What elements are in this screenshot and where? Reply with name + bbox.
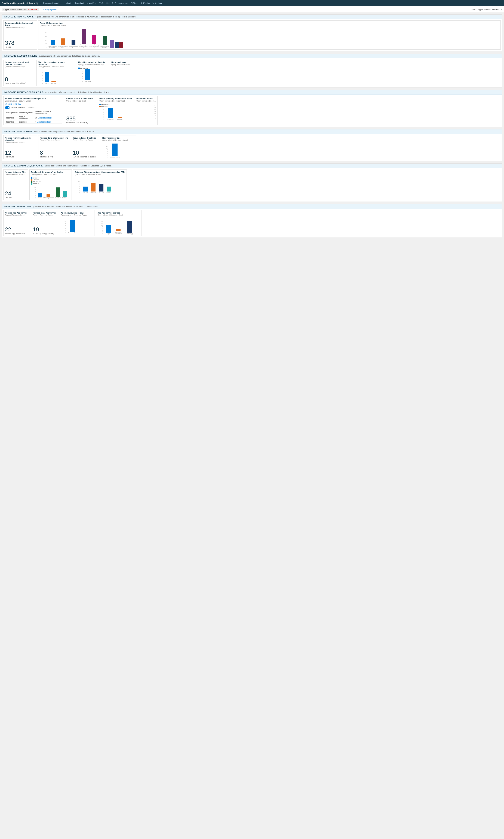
results-toggle[interactable] [5,106,10,109]
app-type-chart: 14 12 10 8 6 4 2 0 app [100,219,140,234]
vm-family-tile: Macchine virtuali per famiglia Query pri… [77,59,108,86]
db-size-chart: 10 8 6 4 2 0 2.0 GB 2 [77,179,125,193]
section-azure-sql-header: INVENTARIO DATABASE SQL DI AZURE - quest… [2,164,502,168]
bar-6: microsoft.web/serverfarms [100,36,109,48]
section-azure-compute: INVENTARIO CALCOLO DI AZURE - questa sez… [2,54,502,87]
app-count-tile: Numero app AppService Query di Resource … [3,210,30,236]
toggle-row: Risultati formattati Disattivato [5,106,62,109]
top10-title: Prime 10 risorse per tipo [40,22,499,24]
download-btn[interactable]: ↓ Download [73,2,85,4]
section-azure-resources: INVENTARIO RISORSE AZURE - * questa sezi… [2,15,502,51]
section-azure-resources-body: Conteggio di tutte le risorse di Azure Q… [2,19,502,51]
storage-accounts-tile: Numero di account di archiviazione per s… [3,96,63,125]
resources-count-title: Conteggio di tutte le risorse di Azure [5,22,35,26]
bar-1: microsoft.alertsmanagement/... [48,40,57,48]
clone-btn[interactable]: ❐ Clona [130,2,139,5]
vnet-type-chart: 12 10 8 6 4 2 0 Gestione risorse [105,144,134,158]
section-azure-appservice: INVENTARIO SERVIZIO APP - questa sezione… [2,204,502,238]
vm-count-tile: Numero macchine virtuali (incluse classi… [3,59,35,86]
vnet-type-tile: Reti virtuali per tipo Query privata di … [101,135,136,159]
db-level-tile: Database SQL (numero) per livello Query … [30,170,72,200]
edit-btn[interactable]: ✏ Modifica [86,2,97,5]
topbar: Dashboard inventario di Azure (3) + Nuov… [0,0,504,6]
section-azure-resources-header: INVENTARIO RISORSE AZURE - * questa sezi… [2,15,502,19]
section-azure-network-body: Numero reti virtuali (include classiche)… [2,134,502,161]
auto-update-label: Aggiornamento automatico: [3,8,27,11]
nic-count-tile: Numero delle interfacce di rete Query di… [38,135,70,159]
vm-family-chart: 8 6 4 2 0 Standard [81,70,107,82]
section-azure-sql-body: Numero database SQL Query di Resource Gr… [2,168,502,202]
auto-update-status: disattivato [28,8,38,11]
topbar-title: Dashboard inventario di Azure (3) [2,2,38,4]
num-resources-tile: Numero di risorse... Query privata di Re… [135,96,158,125]
storage-table: PrimaryStatus SecondaryStatus Numero acc… [5,110,62,124]
section-azure-sql: INVENTARIO DATABASE SQL DI AZURE - quest… [2,163,502,202]
csv-download-link[interactable]: ↓ Scarica come CSV [5,103,62,105]
bar-4: microsoft.operationsmanagement/... [79,29,89,48]
vm-count2-tile: Numero di macc... Query privata di Resou… [110,59,133,86]
top10-bars: microsoft.alertsmanagement/... microsoft… [48,32,123,48]
download-icon: ↓ [5,103,6,105]
auto-update-badge: Aggiornamento automatico: disattivato [2,8,39,11]
top10-chart: 40 30 20 10 0 microsoft.alertsmanagement… [44,29,499,48]
filterbar: Aggiornamento automatico: disattivato ⚗ … [0,6,504,13]
add-filter-button[interactable]: ⚗ Aggiungi filtro [41,7,59,11]
section-azure-storage: INVENTARIO ARCHIVIAZIONE DI AZURE - ques… [2,90,502,127]
last-update-text: Ultimo aggiornamento: un minuto fa [472,8,502,11]
section-azure-appservice-header: INVENTARIO SERVIZIO APP - questa sezione… [2,204,502,209]
section-azure-network: INVENTARIO RETE DI AZURE - questa sezion… [2,129,502,161]
db-level-chart: 10 8 6 4 2 0 Base Uti [34,185,70,198]
upload-btn[interactable]: ↑ Upload [62,2,72,4]
bar-7 [110,40,114,48]
section-azure-storage-body: Numero di account di archiviazione per s… [2,94,502,127]
bar-8 [115,42,119,48]
pip-count-tile: Totale indirizzi IP pubblici Query di Re… [71,135,100,159]
section-azure-compute-header: INVENTARIO CALCOLO DI AZURE - questa sez… [2,54,502,58]
y-axis: 40 30 20 10 0 [44,32,47,48]
resources-top10-tile: Prime 10 risorse per tipo Query privata … [38,20,501,50]
disk-state-chart: 8 6 4 2 0 Collegato Riservato [102,108,132,120]
db-size-tile: Database SQL (numero) per dimensione mas… [73,170,127,200]
section-azure-appservice-body: Numero app AppService Query di Resource … [2,209,502,238]
bar-9 [119,42,123,48]
details-link-2[interactable]: Visualizza dettagli [37,121,51,123]
table-row: disponibile Nessun secondario 25 Visuali… [5,115,62,120]
disk-state-tile: Dischi (numero) per stato del disco Quer… [98,96,133,125]
bar-3: microsoft.compute/... [69,40,78,48]
db-count-tile: Numero database SQL Query di Resource Gr… [3,170,28,200]
resources-count-label: Risorse [5,46,35,48]
filter-icon: ⚗ [43,8,44,11]
bar-5: microsoft.storage/storageaccounts [89,35,99,48]
vm-os-chart: 8 6 4 2 0 Linux Windows [41,70,74,84]
delete-btn[interactable]: 🗑 Elimina [140,2,151,4]
vm-os-tile: Macchine virtuali per sistema operativo … [36,59,75,86]
refresh-btn[interactable]: ↻ Aggiorna [151,2,163,5]
app-type-tile: App AppService per tipo Query privata di… [96,210,142,236]
share-btn[interactable]: ◯ Condividi [98,2,110,5]
app-state-tile: App AppService per stato Query privata d… [59,210,94,236]
bar-2: microsoft.documentdb/... [58,38,68,48]
table-row: disponibile disponibile 3 Visualizza det… [5,120,62,124]
resources-count-subtitle: Query di Resource Graph [5,27,35,29]
vnet-count-tile: Numero reti virtuali (include classiche)… [3,135,37,159]
details-link-1[interactable]: Visualizza dettagli [38,117,52,119]
total-size-tile: Somma di tutte le dimensioni... Query di… [65,96,96,125]
resources-count-tile: Conteggio di tutte le risorse di Azure Q… [3,20,37,50]
fullscreen-btn[interactable]: ⛶ Schermo intero [111,2,129,4]
main-content: INVENTARIO RISORSE AZURE - * questa sezi… [0,13,504,242]
section-azure-network-header: INVENTARIO RETE DI AZURE - questa sezion… [2,129,502,134]
top10-subtitle: Query privata di Resource Graph [40,24,499,27]
section-azure-storage-header: INVENTARIO ARCHIVIAZIONE DI AZURE - ques… [2,90,502,94]
app-state-chart: 25 20 15 10 5 0 In esecuzione [64,219,93,234]
new-dashboard-btn[interactable]: + Nuovo dashboard [40,2,59,4]
resources-count-value: 378 [5,40,35,46]
section-azure-compute-body: Numero macchine virtuali (incluse classi… [2,58,502,87]
plan-count-tile: Numero piani AppService Query di Resourc… [31,210,58,236]
